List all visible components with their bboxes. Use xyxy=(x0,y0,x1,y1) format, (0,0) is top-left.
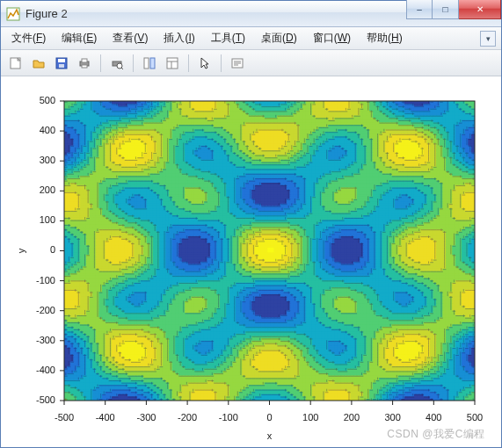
toolbar-separator xyxy=(133,54,134,72)
close-button[interactable]: ✕ xyxy=(459,0,501,19)
maximize-button[interactable]: □ xyxy=(433,0,459,19)
dock-toggle-icon[interactable]: ▾ xyxy=(480,31,496,47)
menubar: 文件(F) 编辑(E) 查看(V) 插入(I) 工具(T) 桌面(D) 窗口(W… xyxy=(1,27,501,50)
svg-text:-400: -400 xyxy=(96,412,115,423)
svg-rect-7 xyxy=(82,65,87,68)
svg-line-10 xyxy=(121,68,123,69)
save-icon[interactable] xyxy=(52,54,71,73)
menu-view[interactable]: 查看(V) xyxy=(105,28,155,48)
svg-rect-13 xyxy=(167,58,178,69)
svg-rect-3 xyxy=(58,59,65,62)
axes-canvas[interactable]: -500-400-300-200-1000100200300400500-500… xyxy=(1,76,501,447)
new-figure-icon[interactable] xyxy=(6,54,25,73)
titlebar[interactable]: Figure 2 – □ ✕ xyxy=(1,1,501,27)
xlabel: x xyxy=(267,430,273,441)
menu-insert[interactable]: 插入(I) xyxy=(156,28,201,48)
pointer-icon[interactable] xyxy=(195,54,215,73)
open-icon[interactable] xyxy=(29,54,48,73)
svg-text:100: 100 xyxy=(40,214,55,225)
svg-text:200: 200 xyxy=(40,184,55,195)
minimize-button[interactable]: – xyxy=(406,0,433,19)
toolbar xyxy=(1,50,501,76)
menu-desktop[interactable]: 桌面(D) xyxy=(254,28,304,48)
svg-text:400: 400 xyxy=(426,412,441,423)
toolbar-separator xyxy=(100,54,101,72)
print-icon[interactable] xyxy=(75,54,94,73)
svg-text:-300: -300 xyxy=(36,335,55,345)
figure-window: Figure 2 – □ ✕ 文件(F) 编辑(E) 查看(V) 插入(I) 工… xyxy=(0,0,502,448)
svg-text:-300: -300 xyxy=(136,412,156,423)
svg-text:500: 500 xyxy=(40,95,55,105)
menu-tools[interactable]: 工具(T) xyxy=(204,28,252,48)
menu-edit[interactable]: 编辑(E) xyxy=(55,28,104,48)
layout-icon[interactable] xyxy=(163,54,182,73)
dock-icon[interactable] xyxy=(140,54,159,73)
svg-text:300: 300 xyxy=(40,155,55,165)
svg-text:-500: -500 xyxy=(55,412,74,423)
svg-text:100: 100 xyxy=(302,412,318,423)
svg-rect-4 xyxy=(59,64,64,68)
menu-help[interactable]: 帮助(H) xyxy=(360,28,410,48)
svg-text:0: 0 xyxy=(266,412,272,423)
app-icon xyxy=(6,7,20,21)
svg-text:-200: -200 xyxy=(36,305,55,315)
contour-plot: -500-400-300-200-1000100200300400500-500… xyxy=(1,76,501,446)
print-preview-icon[interactable] xyxy=(107,54,127,73)
window-title: Figure 2 xyxy=(25,7,406,20)
svg-text:-400: -400 xyxy=(36,365,55,375)
svg-text:500: 500 xyxy=(467,412,483,423)
ylabel: y xyxy=(16,248,26,253)
svg-text:400: 400 xyxy=(40,125,55,135)
svg-rect-11 xyxy=(144,58,149,69)
svg-rect-12 xyxy=(150,58,155,69)
datatip-icon[interactable] xyxy=(228,54,247,73)
svg-text:-500: -500 xyxy=(36,394,55,405)
svg-text:-100: -100 xyxy=(36,275,55,285)
toolbar-separator xyxy=(188,54,189,72)
svg-text:-100: -100 xyxy=(219,412,238,423)
svg-text:300: 300 xyxy=(384,412,400,423)
menu-window[interactable]: 窗口(W) xyxy=(306,28,358,48)
window-buttons: – □ ✕ xyxy=(406,1,501,26)
svg-text:200: 200 xyxy=(344,412,360,423)
toolbar-separator xyxy=(221,54,222,72)
menu-file[interactable]: 文件(F) xyxy=(4,28,53,48)
watermark-text: CSDN @我爱C编程 xyxy=(387,427,485,442)
svg-rect-6 xyxy=(82,59,87,62)
svg-text:0: 0 xyxy=(50,244,55,255)
svg-text:-200: -200 xyxy=(178,412,197,423)
